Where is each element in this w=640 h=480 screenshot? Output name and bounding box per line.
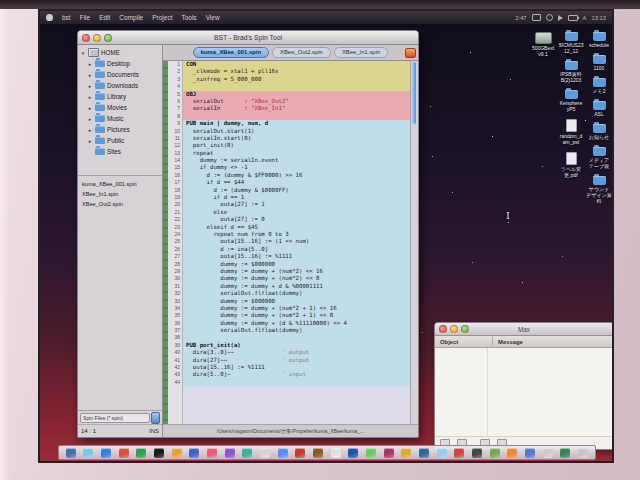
dock-icon[interactable] xyxy=(278,448,288,458)
menu-clock[interactable]: 13:13 xyxy=(591,15,606,21)
folder-icon xyxy=(95,71,105,78)
dock-icon[interactable] xyxy=(101,448,111,458)
dock-icon[interactable] xyxy=(384,448,394,458)
folder-icon xyxy=(95,93,105,100)
desktop-icon[interactable]: random_d am_pst xyxy=(558,119,584,145)
dock-icon[interactable] xyxy=(66,448,76,458)
desktop-icon-label: Keisphere yP5 xyxy=(558,100,584,112)
menu-file[interactable]: File xyxy=(80,14,90,21)
scrollbar-thumb[interactable] xyxy=(412,62,416,124)
max-close-button[interactable] xyxy=(439,325,447,333)
folder-tree: ▾HOME▸Desktop▸Documents▸Downloads▸Librar… xyxy=(78,45,162,176)
menu-edit[interactable]: Edit xyxy=(99,14,110,21)
dock-icon[interactable] xyxy=(189,448,199,458)
dock-icon[interactable] xyxy=(490,448,500,458)
dock-icon[interactable] xyxy=(242,448,252,458)
desktop-icon[interactable]: ASL xyxy=(586,101,612,117)
dock-icon[interactable] xyxy=(331,448,341,458)
dock-icon[interactable] xyxy=(419,448,429,458)
input-menu[interactable]: A xyxy=(583,15,587,21)
tab-xbee_in1-spin[interactable]: XBee_In1.spin xyxy=(334,47,388,58)
sidebar-item-sites[interactable]: Sites xyxy=(78,146,162,157)
dock-icon[interactable] xyxy=(472,448,482,458)
dock-icon[interactable] xyxy=(136,448,146,458)
desktop-icon[interactable]: お知らせ xyxy=(586,124,612,140)
apple-menu-icon[interactable] xyxy=(46,14,53,21)
sidebar-item-home[interactable]: ▾HOME xyxy=(78,47,162,58)
sidebar-item-library[interactable]: ▸Library xyxy=(78,91,162,102)
battery-icon[interactable] xyxy=(568,15,578,21)
dock-icon[interactable] xyxy=(507,448,517,458)
dock-icon[interactable] xyxy=(154,448,164,458)
sidebar-item-public[interactable]: ▸Public xyxy=(78,135,162,146)
desktop[interactable]: 500GBext v9.1 SICMUS23 12_12IPSB資料 B(2)1… xyxy=(40,24,612,461)
dock-icon[interactable] xyxy=(454,448,464,458)
menu-compile[interactable]: Compile xyxy=(119,14,143,21)
max-minimize-button[interactable] xyxy=(450,325,458,333)
file-item[interactable]: kuma_XBee_001.spin xyxy=(78,179,162,189)
editor-scrollbar[interactable] xyxy=(410,61,418,424)
dock-icon[interactable] xyxy=(172,448,182,458)
dock-icon[interactable] xyxy=(83,448,93,458)
sidebar-item-pictures[interactable]: ▸Pictures xyxy=(78,124,162,135)
tab-kuma_xbee_001-spin[interactable]: kuma_XBee_001.spin xyxy=(193,47,269,58)
dock-icon[interactable] xyxy=(295,448,305,458)
desktop-icon[interactable]: メモ2 xyxy=(586,78,612,94)
dock-icon[interactable] xyxy=(525,448,535,458)
dock-icon[interactable] xyxy=(560,448,570,458)
desktop-icon[interactable]: IPSB資料 B(2)1203 xyxy=(558,61,584,83)
dock-icon[interactable] xyxy=(207,448,217,458)
menu-view[interactable]: View xyxy=(206,14,220,21)
desktop-icon[interactable]: ラベル変更.pdf xyxy=(558,152,584,178)
desktop-icon[interactable]: schedule xyxy=(586,32,612,48)
sidebar-item-downloads[interactable]: ▸Downloads xyxy=(78,80,162,91)
sidebar-item-music[interactable]: ▸Music xyxy=(78,113,162,124)
file-item[interactable]: XBee_In1.spin xyxy=(78,189,162,199)
desktop-icon[interactable]: サウンド デザイン資料 xyxy=(586,176,612,204)
menu-project[interactable]: Project xyxy=(152,14,172,21)
max-console-body[interactable] xyxy=(435,348,612,436)
max-titlebar[interactable]: Max xyxy=(435,323,612,336)
sidebar-item-documents[interactable]: ▸Documents xyxy=(78,69,162,80)
dock-icon[interactable] xyxy=(260,448,270,458)
object-column-header[interactable]: Object xyxy=(435,336,493,347)
desktop-icon[interactable]: メディア テープ袋 xyxy=(586,147,612,169)
displays-icon[interactable] xyxy=(532,14,541,21)
dock-icon[interactable] xyxy=(401,448,411,458)
menu-tools[interactable]: Tools xyxy=(181,14,196,21)
menu-bst[interactable]: bst xyxy=(62,14,71,21)
clock-icon[interactable] xyxy=(546,14,553,21)
code-line: 6 serialOut : "XBee_Out2" xyxy=(168,98,411,105)
desktop-icon[interactable]: SICMUS23 12_12 xyxy=(558,32,584,54)
filter-stepper[interactable] xyxy=(151,412,160,424)
file-filter-dropdown[interactable]: Spin Files (*.spin) xyxy=(80,413,150,423)
volume-icon[interactable] xyxy=(558,15,563,21)
dock-icon[interactable] xyxy=(225,448,235,458)
minimize-button[interactable] xyxy=(93,34,101,42)
file-item[interactable]: XBee_Out2.spin xyxy=(78,199,162,209)
desktop-icon[interactable]: 500GBext v9.1 xyxy=(530,32,556,57)
dock-icon[interactable] xyxy=(543,448,553,458)
tab-scroll-button[interactable] xyxy=(405,48,416,58)
sidebar-item-movies[interactable]: ▸Movies xyxy=(78,102,162,113)
bst-titlebar[interactable]: BST - Brad's Spin Tool xyxy=(78,31,418,45)
max-window: Max Object Message xyxy=(434,322,612,450)
code-line: 26 d := ina[5..0] xyxy=(168,246,411,253)
code-line: 30 dummy := dummy + (num*2) << 8 xyxy=(168,275,411,282)
dock-icon[interactable] xyxy=(313,448,323,458)
tab-xbee_out2-spin[interactable]: XBee_Out2.spin xyxy=(272,47,331,58)
close-button[interactable] xyxy=(82,34,90,42)
sidebar-item-desktop[interactable]: ▸Desktop xyxy=(78,58,162,69)
desktop-icon[interactable]: Keisphere yP5 xyxy=(558,90,584,112)
dock-icon[interactable] xyxy=(578,448,588,458)
dock-icon[interactable] xyxy=(348,448,358,458)
desktop-icon[interactable]: 1100 xyxy=(586,55,612,71)
zoom-button[interactable] xyxy=(104,34,112,42)
code-editor[interactable]: 1CON2 _clkmode = xtal1 + pll16x3 _xinfre… xyxy=(163,61,418,424)
dock-icon[interactable] xyxy=(437,448,447,458)
max-zoom-button[interactable] xyxy=(461,325,469,333)
message-column-header[interactable]: Message xyxy=(493,339,523,345)
dock-icon[interactable] xyxy=(119,448,129,458)
code-line: 18 d := (dummy & $0000FF) xyxy=(168,187,411,194)
dock-icon[interactable] xyxy=(366,448,376,458)
